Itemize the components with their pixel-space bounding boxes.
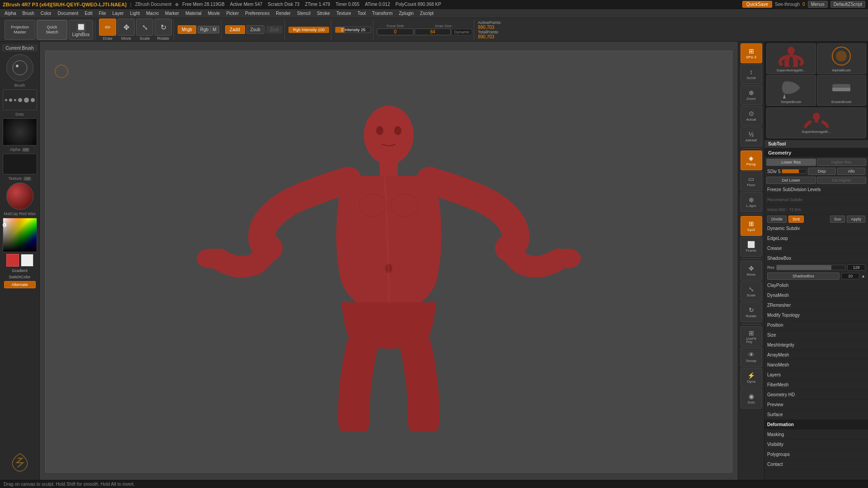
deformation-row[interactable]: Deformation: [764, 420, 868, 430]
move-button[interactable]: ✥: [118, 19, 135, 36]
canvas-viewport[interactable]: [45, 51, 732, 473]
nanomesh-row[interactable]: NanoMesh: [764, 360, 868, 370]
geometry-hd-row[interactable]: Geometry HD: [764, 390, 868, 400]
position-row[interactable]: Position: [764, 320, 868, 330]
del-higher-button[interactable]: Del Higher: [817, 177, 867, 184]
rgb-intensity-bar[interactable]: Rgb Intensity 100: [288, 27, 329, 33]
xyz2-button[interactable]: ⊞ Xyz2: [741, 216, 762, 236]
scale-strip-button[interactable]: ⤡ Scale: [741, 282, 762, 301]
zremesher-row[interactable]: ZRemesher: [764, 300, 868, 310]
menu-document[interactable]: Document: [55, 10, 81, 17]
menu-preferences[interactable]: Preferences: [242, 10, 272, 17]
thumb-scroll[interactable]: SuperAverageM...: [766, 108, 866, 138]
menu-brush[interactable]: Brush: [20, 10, 37, 17]
menu-marker[interactable]: Marker: [162, 10, 182, 17]
menu-render[interactable]: Render: [273, 10, 293, 17]
scroll-button[interactable]: ↕ Scroll: [741, 64, 762, 84]
projection-master-button[interactable]: ProjectionMaster: [5, 20, 35, 40]
visibility-row[interactable]: Visibility: [764, 440, 868, 450]
divide-button[interactable]: Divide: [767, 216, 787, 223]
sdiv-slider[interactable]: [782, 169, 806, 174]
layers-row[interactable]: Layers: [764, 370, 868, 380]
matcap-preview[interactable]: [6, 183, 33, 210]
sdiv-disp[interactable]: Disp: [808, 168, 836, 175]
floor-button[interactable]: ▭ Floor: [741, 171, 762, 191]
zadd-button[interactable]: Zadd: [225, 25, 245, 34]
modify-topology-row[interactable]: Modify Topology: [764, 310, 868, 320]
menu-layer[interactable]: Layer: [110, 10, 127, 17]
menu-material[interactable]: Material: [183, 10, 204, 17]
quick-sketch-button[interactable]: QuickSketch: [37, 20, 67, 40]
menu-edit[interactable]: Edit: [82, 10, 95, 17]
polygroups-row[interactable]: Polygroups: [764, 450, 868, 460]
quicksave-button[interactable]: QuickSave: [742, 1, 772, 8]
thumb-superaverage[interactable]: SuperAverageM...: [766, 43, 816, 74]
texture-preview[interactable]: [3, 154, 37, 174]
zsub-button[interactable]: Zsub: [246, 25, 264, 34]
thumb-eraserbrush[interactable]: EraserBrush: [817, 75, 867, 106]
polish-up-icon[interactable]: ▲: [861, 274, 865, 278]
geometry-header[interactable]: Geometry: [764, 148, 868, 158]
menu-stencil[interactable]: Stencil: [294, 10, 313, 17]
res-slider[interactable]: [776, 265, 845, 270]
dots-preview[interactable]: [3, 89, 37, 110]
zoom-button[interactable]: ⊕ Zoom: [741, 85, 762, 105]
canvas-area[interactable]: [40, 42, 738, 480]
thumb-alphabrush[interactable]: AlphaBrush: [817, 43, 867, 74]
arraymesh-row[interactable]: ArrayMesh: [764, 350, 868, 360]
swatch-black[interactable]: [6, 254, 19, 267]
apply-button[interactable]: Apply: [847, 216, 865, 223]
fibermesh-row[interactable]: FiberMesh: [764, 380, 868, 390]
clay-polish-row[interactable]: ClayPolish: [764, 281, 868, 291]
mrgb-button[interactable]: Mrgb: [178, 25, 196, 34]
surface-row[interactable]: Surface: [764, 410, 868, 420]
z-intensity-bar[interactable]: Z Intensity 25: [335, 27, 371, 33]
laym-button[interactable]: ⊕ L.Aym: [741, 192, 762, 212]
menu-file[interactable]: File: [96, 10, 108, 17]
focal-shift-value[interactable]: 0: [377, 28, 413, 35]
alpha-preview[interactable]: [3, 118, 37, 145]
preview-row[interactable]: Preview: [764, 400, 868, 410]
draw-button[interactable]: ✏: [99, 19, 116, 36]
solo-button[interactable]: ◉ Solo: [741, 389, 762, 408]
menu-stroke[interactable]: Stroke: [314, 10, 333, 17]
scale-button[interactable]: ⤡: [136, 19, 153, 36]
menu-light[interactable]: Light: [127, 10, 143, 17]
dynamic-subdiv-row[interactable]: Dynamic Subdiv: [764, 224, 868, 234]
dyna-button[interactable]: ⚡ Dyna: [741, 368, 762, 388]
actual-button[interactable]: ⊙ Actual: [741, 106, 762, 126]
dynamesh-row[interactable]: DynaMesh: [764, 291, 868, 300]
menu-texture[interactable]: Texture: [334, 10, 354, 17]
draw-size-value[interactable]: 64: [415, 28, 451, 35]
frame-button[interactable]: ⬜ Frame: [741, 237, 762, 257]
shadowbox-button[interactable]: ShadowBox: [767, 272, 840, 280]
suv-button[interactable]: Suv: [830, 216, 845, 223]
brush-preview[interactable]: [6, 54, 33, 81]
spix-button[interactable]: ⊞ SPix 3: [741, 43, 762, 63]
rotate-strip-button[interactable]: ↻ Rotate: [741, 302, 762, 322]
lower-res-button[interactable]: Lower Res: [766, 159, 816, 166]
edgeloop-row[interactable]: EdgeLoop: [764, 234, 868, 244]
menu-zplugin[interactable]: Zplugin: [396, 10, 416, 17]
snoop-button[interactable]: 👁 Snoop: [741, 347, 762, 367]
menu-color[interactable]: Color: [38, 10, 54, 17]
shadowbox-header-row[interactable]: ShadowBox: [764, 253, 868, 263]
alternate-button[interactable]: Alternate: [4, 281, 36, 288]
subtool-header[interactable]: SubTool: [764, 140, 868, 148]
color-picker[interactable]: [3, 218, 37, 252]
dynamic-button[interactable]: Dynamic: [452, 29, 472, 35]
sdiv-allo[interactable]: Allo: [837, 168, 865, 175]
default-zscript-button[interactable]: DefaultZScript: [830, 1, 865, 8]
menu-macro[interactable]: Macro: [143, 10, 161, 17]
menu-movie[interactable]: Movie: [205, 10, 223, 17]
menu-zscript[interactable]: Zscript: [417, 10, 436, 17]
rotate-button[interactable]: ↻: [155, 19, 172, 36]
menus-button[interactable]: Menus: [808, 1, 828, 8]
menu-transform[interactable]: Transform: [369, 10, 395, 17]
zcut-button[interactable]: Zcut: [266, 25, 283, 34]
move-strip-button[interactable]: ✥ Move: [741, 261, 762, 281]
menu-tool[interactable]: Tool: [355, 10, 368, 17]
meshintegrity-row[interactable]: MeshIntegrity: [764, 340, 868, 350]
crease-row[interactable]: Crease: [764, 244, 868, 253]
linefill-button[interactable]: ⊞ LineFillPoly: [741, 326, 762, 346]
